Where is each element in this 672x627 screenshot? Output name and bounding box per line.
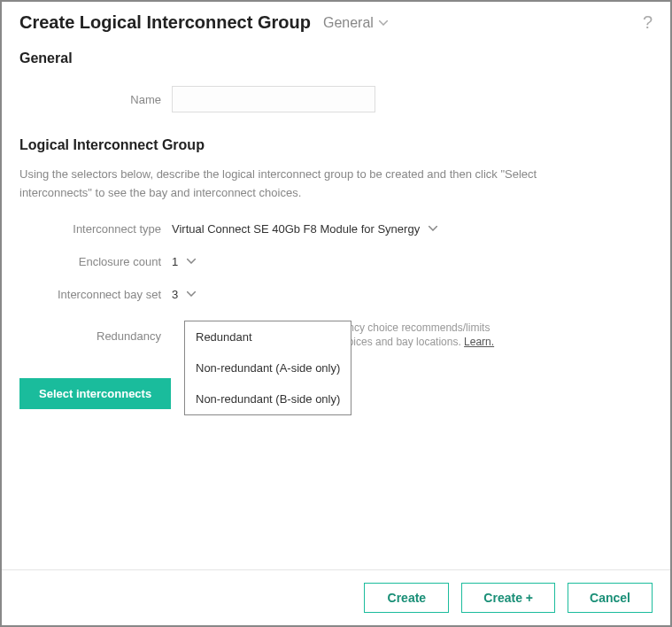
select-interconnects-button[interactable]: Select interconnects <box>19 378 171 409</box>
row-bay-set: Interconnect bay set 3 <box>19 288 653 301</box>
label-bay-set: Interconnect bay set <box>19 288 172 301</box>
dialog-content: General Name Logical Interconnect Group … <box>2 40 670 569</box>
select-interconnect-type[interactable]: Virtual Connect SE 40Gb F8 Module for Sy… <box>172 222 437 236</box>
row-enclosure-count: Enclosure count 1 <box>19 255 653 268</box>
chevron-down-icon <box>187 259 196 264</box>
dialog-title: Create Logical Interconnect Group <box>19 12 311 33</box>
label-enclosure-count: Enclosure count <box>19 255 172 268</box>
row-redundancy: Redundancy dancy choice recommends/limit… <box>19 321 653 351</box>
section-selector-label: General <box>323 15 374 31</box>
chevron-down-icon <box>187 291 196 297</box>
redundancy-option[interactable]: Non-redundant (A-side only) <box>185 352 351 383</box>
redundancy-hint: dancy choice recommends/limits choices a… <box>336 321 494 351</box>
section-heading-lig: Logical Interconnect Group <box>19 137 653 153</box>
cancel-button[interactable]: Cancel <box>568 583 653 613</box>
chevron-down-icon <box>429 226 437 231</box>
chevron-down-icon <box>379 20 388 26</box>
label-name: Name <box>19 93 172 106</box>
lig-description: Using the selectors below, describe the … <box>19 166 568 203</box>
redundancy-dropdown: Redundant Non-redundant (A-side only) No… <box>184 321 351 415</box>
bay-set-value: 3 <box>172 288 178 301</box>
hint-line2: choices and bay locations. <box>336 336 464 348</box>
dialog-header: Create Logical Interconnect Group Genera… <box>2 2 670 40</box>
dialog-create-lig: Create Logical Interconnect Group Genera… <box>0 0 672 627</box>
select-bay-set[interactable]: 3 <box>172 288 196 301</box>
interconnect-type-value: Virtual Connect SE 40Gb F8 Module for Sy… <box>172 222 420 236</box>
create-button[interactable]: Create <box>364 583 449 613</box>
redundancy-option[interactable]: Redundant <box>185 321 351 352</box>
hint-line1: dancy choice recommends/limits <box>336 321 490 334</box>
select-enclosure-count[interactable]: 1 <box>172 255 196 268</box>
section-selector[interactable]: General <box>323 15 388 31</box>
row-name: Name <box>19 86 653 112</box>
label-interconnect-type: Interconnect type <box>19 222 172 236</box>
redundancy-option[interactable]: Non-redundant (B-side only) <box>185 383 351 414</box>
section-heading-general: General <box>19 50 653 66</box>
row-interconnect-type: Interconnect type Virtual Connect SE 40G… <box>19 222 653 236</box>
help-icon[interactable]: ? <box>643 12 653 33</box>
dialog-footer: Create Create + Cancel <box>2 569 670 625</box>
enclosure-count-value: 1 <box>172 255 178 268</box>
label-redundancy: Redundancy <box>19 321 172 343</box>
name-input[interactable] <box>172 86 375 112</box>
learn-link[interactable]: Learn. <box>464 336 494 348</box>
create-plus-button[interactable]: Create + <box>461 583 555 613</box>
